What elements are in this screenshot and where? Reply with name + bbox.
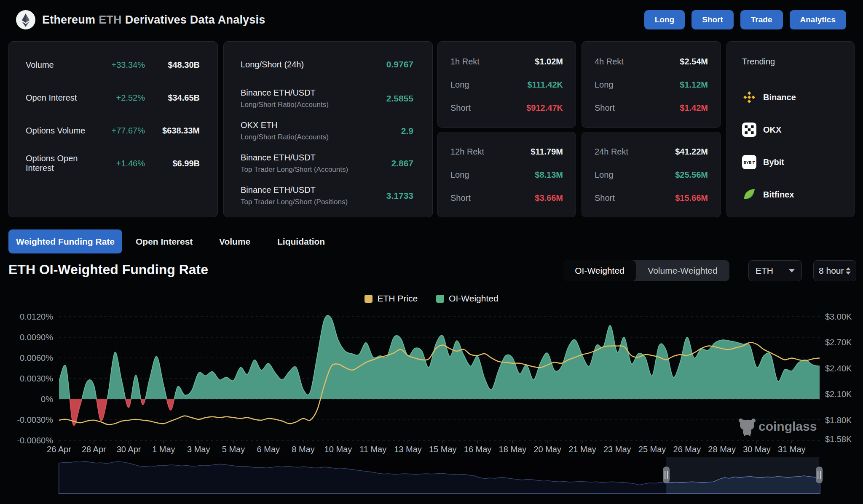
ratio-row: OKX ETH Long/Short Ratio(Accounts) 2.9 [241, 118, 413, 144]
x-axis-tick: 5 May [222, 445, 245, 454]
bitfinex-icon [742, 187, 756, 202]
navigator-handle-right[interactable] [816, 467, 823, 483]
short-button[interactable]: Short [691, 10, 734, 29]
trending-item-okx[interactable]: OKX [742, 122, 781, 137]
x-axis-tick: 23 May [603, 445, 631, 454]
ethereum-logo-icon [16, 10, 35, 29]
x-axis-tick: 21 May [568, 445, 596, 454]
ratio-row: Long/Short (24h) 0.9767 [241, 59, 413, 70]
title-coin: Ethereum [42, 13, 95, 27]
x-axis-tick: 6 May [257, 445, 280, 454]
x-axis-tick: 3 May [187, 445, 210, 454]
x-axis-tick: 20 May [533, 445, 561, 454]
interval-select[interactable]: 8 hour [813, 260, 856, 281]
right-axis-tick: $1.80K [825, 416, 852, 425]
x-axis-tick: 1 May [152, 445, 175, 454]
stat-row-volume: Volume +33.34% $48.30B [26, 59, 200, 71]
stat-value: $34.65B [145, 93, 200, 103]
x-axis-tick: 25 May [638, 445, 666, 454]
analytics-button[interactable]: Analytics [790, 10, 846, 29]
svg-text:coinglass: coinglass [758, 419, 817, 433]
rekt-card-24h: 24h Rekt$41.22M Long$25.56M Short$15.66M [582, 132, 721, 217]
left-axis-tick: 0.0030% [20, 374, 53, 383]
coinglass-bull-icon [739, 419, 756, 436]
x-axis-tick: 16 May [464, 445, 492, 454]
x-axis-tick: 30 Apr [117, 445, 141, 454]
legend-item-oi-weighted[interactable]: OI-Weighted [436, 293, 499, 304]
x-axis-tick: 15 May [429, 445, 457, 454]
left-axis-tick: -0.0030% [17, 415, 53, 424]
stat-row-options-open-interest: Options Open Interest +1.46% $6.99B [26, 157, 200, 169]
right-axis-tick: $2.10K [825, 389, 852, 399]
x-axis-tick: 8 May [292, 445, 314, 454]
chevron-down-icon [789, 269, 795, 272]
rekt-card-4h: 4h Rekt$2.54M Long$1.12M Short$1.42M [582, 41, 721, 128]
trending-item-binance[interactable]: Binance [742, 90, 796, 105]
left-axis-tick: 0% [41, 395, 53, 404]
up-down-stepper-icon [846, 267, 851, 275]
x-axis-tick: 26 Apr [47, 445, 71, 454]
trending-card: Trending Binance [726, 41, 855, 217]
coinglass-watermark: coinglass [739, 419, 817, 436]
long-button[interactable]: Long [644, 10, 685, 29]
chart-tabs: Weighted Funding Rate Open Interest Volu… [8, 229, 430, 253]
trending-title: Trending [742, 57, 775, 67]
header: Ethereum ETH Derivatives Data Analysis L… [0, 0, 863, 40]
eth-derivatives-dashboard: Ethereum ETH Derivatives Data Analysis L… [0, 0, 863, 504]
x-axis-tick: 28 Apr [82, 445, 106, 454]
ratio-row: Binance ETH/USDT Top Trader Long/Short (… [241, 183, 413, 209]
right-axis-tick: $2.70K [825, 338, 852, 347]
left-axis-tick: -0.0060% [17, 436, 53, 445]
stat-row-open-interest: Open Interest +2.52% $34.65B [26, 92, 200, 104]
left-axis-tick: 0.0090% [20, 333, 53, 342]
left-axis-tick: 0.0060% [20, 353, 53, 363]
navigator-svg [0, 456, 863, 498]
stat-value: $48.30B [145, 60, 200, 70]
stat-value: $6.99B [145, 159, 200, 168]
toggle-volume-weighted[interactable]: Volume-Weighted [636, 260, 729, 281]
stat-change: +77.67% [96, 126, 145, 136]
stat-change: +33.34% [96, 60, 145, 70]
legend-item-eth-price[interactable]: ETH Price [364, 293, 418, 304]
trade-button[interactable]: Trade [740, 10, 783, 29]
ratio-row: Binance ETH/USDT Long/Short Ratio(Accoun… [241, 85, 413, 112]
x-axis-tick: 26 May [673, 445, 701, 454]
right-axis-tick: $1.58K [825, 435, 852, 444]
title-rest: Derivatives Data Analysis [125, 13, 265, 27]
rekt-card-12h: 12h Rekt$11.79M Long$8.13M Short$3.66M [437, 132, 576, 217]
tab-weighted-funding-rate[interactable]: Weighted Funding Rate [8, 229, 122, 253]
market-stats-card: Volume +33.34% $48.30B Open Interest +2.… [8, 41, 218, 217]
navigator-handle-left[interactable] [663, 467, 670, 483]
weighting-toggle: OI-Weighted Volume-Weighted [563, 260, 729, 281]
x-axis-tick: 28 May [708, 445, 736, 454]
tab-open-interest[interactable]: Open Interest [136, 229, 193, 253]
x-axis-tick: 13 May [394, 445, 422, 454]
x-axis-tick: 30 May [743, 445, 771, 454]
chart-navigator[interactable] [0, 456, 863, 498]
oi-weighted-swatch [436, 295, 444, 303]
left-axis-tick: 0.0120% [20, 312, 53, 321]
header-actions: Long Short Trade Analytics [644, 10, 846, 29]
page-title: Ethereum ETH Derivatives Data Analysis [42, 0, 265, 40]
tab-liquidation[interactable]: Liquidation [277, 229, 325, 253]
x-axis-tick: 11 May [359, 445, 386, 454]
oi-weighted-area-positive [59, 315, 820, 425]
rekt-card-1h: 1h Rekt$1.02M Long$111.42K Short$912.47K [437, 41, 576, 128]
bybit-icon: BYBIT [742, 155, 756, 169]
eth-price-swatch [364, 295, 373, 303]
long-short-ratio-card: Long/Short (24h) 0.9767 Binance ETH/USDT… [223, 41, 433, 217]
stat-change: +2.52% [96, 93, 145, 103]
right-axis-tick: $3.00K [825, 312, 852, 321]
okx-icon [742, 123, 756, 137]
right-axis-tick: $2.40K [825, 364, 852, 373]
binance-icon [742, 90, 756, 104]
trending-item-bybit[interactable]: BYBIT Bybit [742, 155, 784, 170]
tab-volume[interactable]: Volume [219, 229, 250, 253]
funding-rate-chart[interactable]: 0.0120%0.0090%0.0060%0.0030%0%-0.0030%-0… [0, 306, 863, 456]
trending-item-bitfinex[interactable]: Bitfinex [742, 187, 794, 202]
coin-select[interactable]: ETH [748, 260, 802, 281]
navigator-selection[interactable] [666, 457, 819, 493]
chart-section-title: ETH OI-Weighted Funding Rate [8, 262, 208, 277]
toggle-oi-weighted[interactable]: OI-Weighted [563, 260, 636, 281]
x-axis-tick: 10 May [324, 445, 352, 454]
